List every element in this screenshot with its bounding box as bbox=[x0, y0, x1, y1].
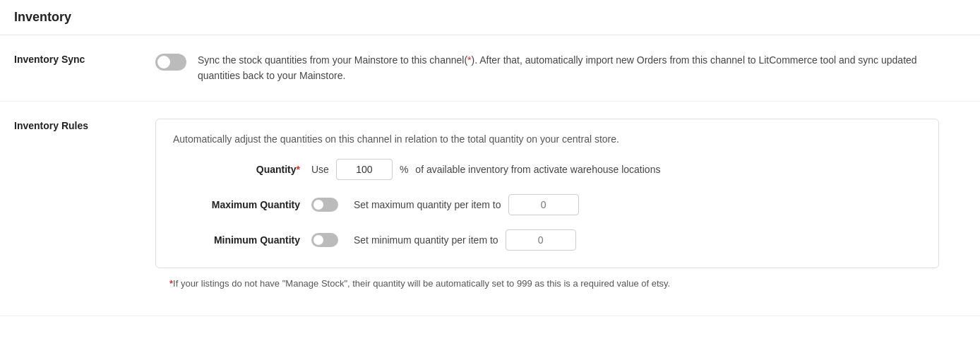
rules-box-description: Automatically adjust the quantities on t… bbox=[173, 133, 921, 145]
minimum-set-text: Set minimum quantity per item to bbox=[354, 234, 498, 246]
inventory-sync-toggle[interactable] bbox=[155, 54, 186, 71]
maximum-quantity-input[interactable] bbox=[508, 194, 579, 215]
sync-desc-before: Sync the stock quantities from your Main… bbox=[198, 54, 467, 66]
maximum-quantity-label: Maximum Quantity bbox=[173, 199, 300, 210]
use-text: Use bbox=[311, 164, 329, 175]
quantity-input[interactable] bbox=[336, 159, 393, 180]
minimum-quantity-slider bbox=[311, 233, 338, 247]
of-available-text: of available inventory from activate war… bbox=[415, 164, 660, 175]
inventory-rules-row: Inventory Rules Automatically adjust the… bbox=[0, 102, 980, 316]
footnote: *If your listings do not have "Manage St… bbox=[155, 268, 684, 299]
maximum-quantity-toggle[interactable] bbox=[311, 198, 338, 212]
quantity-label-text: Quantity bbox=[256, 164, 297, 175]
inventory-rules-label: Inventory Rules bbox=[14, 119, 155, 131]
minimum-quantity-label: Minimum Quantity bbox=[173, 234, 300, 246]
inventory-sync-description: Sync the stock quantities from your Main… bbox=[198, 52, 939, 84]
page-title: Inventory bbox=[14, 10, 966, 25]
maximum-set-text: Set maximum quantity per item to bbox=[354, 199, 501, 210]
quantity-asterisk: * bbox=[297, 164, 300, 175]
maximum-quantity-rule-item: Maximum Quantity Set maximum quantity pe… bbox=[173, 194, 921, 215]
percent-label: % bbox=[400, 164, 408, 175]
inventory-sync-label: Inventory Sync bbox=[14, 52, 155, 65]
quantity-label: Quantity* bbox=[173, 164, 300, 175]
inventory-rules-content: Automatically adjust the quantities on t… bbox=[155, 119, 966, 299]
minimum-quantity-input[interactable] bbox=[506, 229, 576, 251]
section-header: Inventory bbox=[0, 0, 980, 35]
inventory-sync-row: Inventory Sync Sync the stock quantities… bbox=[0, 35, 980, 102]
maximum-quantity-controls: Set maximum quantity per item to bbox=[311, 194, 579, 215]
page-container: Inventory Inventory Sync Sync the stock … bbox=[0, 0, 980, 316]
inventory-sync-content: Sync the stock quantities from your Main… bbox=[155, 52, 966, 84]
footnote-text: If your listings do not have "Manage Sto… bbox=[173, 278, 670, 289]
maximum-quantity-slider bbox=[311, 198, 338, 212]
quantity-rule-item: Quantity* Use % of available inventory f… bbox=[173, 159, 921, 180]
minimum-quantity-toggle[interactable] bbox=[311, 233, 338, 247]
quantity-controls: Use % of available inventory from activa… bbox=[311, 159, 660, 180]
minimum-quantity-controls: Set minimum quantity per item to bbox=[311, 229, 576, 251]
rules-box: Automatically adjust the quantities on t… bbox=[155, 119, 939, 268]
inventory-sync-slider bbox=[155, 54, 186, 71]
minimum-quantity-rule-item: Minimum Quantity Set minimum quantity pe… bbox=[173, 229, 921, 251]
